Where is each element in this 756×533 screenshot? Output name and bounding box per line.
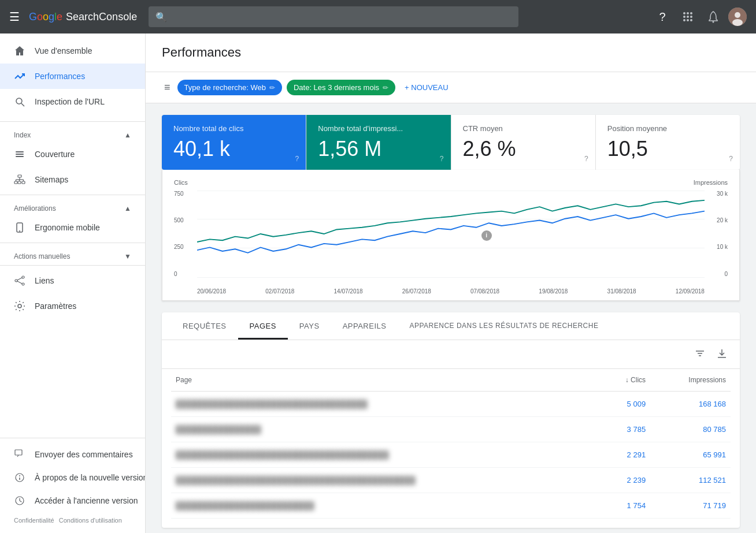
chart-y-left-label: Clics xyxy=(174,179,188,186)
sidebar-label-commentaires: Envoyer des commentaires xyxy=(35,450,133,459)
table-row[interactable]: ██████████████████████████ 1 754 71 719 xyxy=(171,493,731,518)
help-ctr-icon[interactable]: ? xyxy=(584,155,588,163)
sidebar-item-liens[interactable]: Liens xyxy=(0,268,145,293)
tab-appareils[interactable]: APPAREILS xyxy=(331,312,398,340)
table-row[interactable]: ████████████████████████████████████████… xyxy=(171,442,731,467)
help-clics-icon[interactable]: ? xyxy=(295,155,299,163)
table-cell-clics: 2 291 xyxy=(599,442,650,467)
table-cell-page[interactable]: ████████████████████████████████████ xyxy=(171,391,599,416)
sidebar-group-index: Index ▲ xyxy=(0,124,145,141)
sitemap-icon xyxy=(14,174,25,185)
sidebar-footer: Envoyer des commentaires À propos de la … xyxy=(0,438,145,533)
add-filter-button[interactable]: + NOUVEAU xyxy=(400,80,453,95)
tab-apparence[interactable]: APPARENCE DANS LES RÉSULTATS DE RECHERCH… xyxy=(398,312,610,340)
tab-pays[interactable]: PAYS xyxy=(288,312,331,340)
page-header: Performances xyxy=(146,33,756,72)
sidebar-item-performances[interactable]: Performances xyxy=(0,64,145,89)
sidebar-item-parametres[interactable]: Paramètres xyxy=(0,293,145,319)
filter-table-button[interactable] xyxy=(691,345,709,364)
search-type-filter-chip[interactable]: Type de recherche: Web ✏ xyxy=(177,80,282,95)
sidebar-item-url-inspection[interactable]: Inspection de l'URL xyxy=(0,89,145,114)
filters-bar: ≡ Type de recherche: Web ✏ Date: Les 3 d… xyxy=(146,72,756,103)
search-type-chip-label: Type de recherche: Web xyxy=(184,83,266,92)
sidebar-group-actions: Actions manuelles ▼ xyxy=(0,245,145,263)
sidebar-label-vue-ensemble: Vue d'ensemble xyxy=(35,46,92,55)
svg-line-32 xyxy=(17,278,22,280)
history-icon xyxy=(14,495,25,506)
chart-plot[interactable]: i xyxy=(197,191,705,277)
chart-y-values-left: 750 500 250 0 xyxy=(174,191,191,277)
table-row[interactable]: ████████████████████████████████████████… xyxy=(171,467,731,493)
table-cell-page[interactable]: ████████████████████████████████████████ xyxy=(171,442,599,467)
filter-icon-button[interactable]: ≡ xyxy=(162,79,173,96)
help-position-icon[interactable]: ? xyxy=(729,155,733,163)
metric-card-impressions[interactable]: Nombre total d'impressi... 1,56 M ? xyxy=(306,115,451,170)
col-header-impressions[interactable]: Impressions xyxy=(650,369,731,392)
table-container: Page ↓ Clics Impressions █████████ xyxy=(162,369,740,528)
svg-rect-17 xyxy=(16,156,24,157)
metric-card-position[interactable]: Position moyenne 10,5 ? xyxy=(596,115,740,170)
svg-point-34 xyxy=(18,304,21,308)
svg-point-37 xyxy=(19,475,20,476)
svg-point-7 xyxy=(687,19,689,21)
apps-grid-button[interactable] xyxy=(677,6,698,27)
sidebar-item-envoyer-commentaires[interactable]: Envoyer des commentaires xyxy=(0,443,145,466)
svg-point-4 xyxy=(687,16,689,18)
chart-annotation[interactable]: i xyxy=(481,230,492,241)
tab-pages[interactable]: PAGES xyxy=(238,312,288,340)
svg-rect-19 xyxy=(14,181,17,184)
svg-rect-15 xyxy=(16,151,24,152)
table-cell-impressions: 71 719 xyxy=(650,493,731,518)
download-button[interactable] xyxy=(713,345,731,364)
table-cell-impressions: 80 785 xyxy=(650,416,731,442)
metric-label-position: Position moyenne xyxy=(607,124,728,133)
ameliorations-collapse-arrow[interactable]: ▲ xyxy=(124,204,131,213)
footer-link-conditions[interactable]: Conditions d'utilisation xyxy=(59,517,122,524)
metric-card-ctr[interactable]: CTR moyen 2,6 % ? xyxy=(451,115,596,170)
hamburger-menu[interactable]: ☰ xyxy=(9,10,20,24)
user-avatar[interactable] xyxy=(728,8,747,26)
table-cell-page[interactable]: ████████████████████████████████████████… xyxy=(171,467,599,493)
svg-point-31 xyxy=(22,283,24,285)
search-bar[interactable]: 🔍 xyxy=(149,6,518,27)
search-input[interactable] xyxy=(172,12,512,21)
metric-value-position: 10,5 xyxy=(607,137,728,161)
page-title: Performances xyxy=(162,45,740,60)
actions-collapse-arrow[interactable]: ▼ xyxy=(124,252,131,260)
sidebar-label-a-propos: À propos de la nouvelle version xyxy=(35,473,146,482)
sidebar-item-vue-ensemble[interactable]: Vue d'ensemble xyxy=(0,38,145,64)
sidebar-item-sitemaps[interactable]: Sitemaps xyxy=(0,167,145,192)
table-cell-page[interactable]: ██████████████████████████ xyxy=(171,493,599,518)
data-table: Page ↓ Clics Impressions █████████ xyxy=(171,369,731,519)
table-row[interactable]: ████████████████████████████████████ 5 0… xyxy=(171,391,731,416)
footer-link-confidentialite[interactable]: Confidentialité xyxy=(14,517,54,524)
main-content: Performances ≡ Type de recherche: Web ✏ … xyxy=(146,33,756,533)
svg-point-11 xyxy=(735,12,740,18)
date-filter-chip[interactable]: Date: Les 3 derniers mois ✏ xyxy=(287,80,395,95)
svg-rect-20 xyxy=(18,181,21,184)
sidebar-divider-4 xyxy=(0,265,145,266)
metric-value-clics: 40,1 k xyxy=(173,137,294,161)
table-row[interactable]: ████████████████ 3 785 80 785 xyxy=(171,416,731,442)
index-collapse-arrow[interactable]: ▲ xyxy=(124,131,131,139)
logo-product: SearchConsole xyxy=(66,11,137,23)
table-cell-impressions: 65 991 xyxy=(650,442,731,467)
svg-rect-35 xyxy=(15,450,22,455)
help-impressions-icon[interactable]: ? xyxy=(440,155,444,163)
sidebar-item-a-propos[interactable]: À propos de la nouvelle version xyxy=(0,466,145,489)
sidebar-item-ergonomie-mobile[interactable]: Ergonomie mobile xyxy=(0,215,145,240)
date-edit-icon: ✏ xyxy=(383,84,388,92)
notifications-button[interactable] xyxy=(703,6,724,27)
sidebar-label-couverture: Couverture xyxy=(35,150,75,159)
tab-requetes[interactable]: REQUÊTES xyxy=(171,312,238,340)
sidebar-label-parametres: Paramètres xyxy=(35,301,76,311)
help-button[interactable]: ? xyxy=(652,6,673,27)
table-cell-clics: 5 009 xyxy=(599,391,650,416)
col-header-clics[interactable]: ↓ Clics xyxy=(599,369,650,392)
sidebar-item-couverture[interactable]: Couverture xyxy=(0,141,145,167)
metric-card-clics[interactable]: Nombre total de clics 40,1 k ? xyxy=(162,115,306,170)
table-cell-page[interactable]: ████████████████ xyxy=(171,416,599,442)
tabs-row: REQUÊTES PAGES PAYS APPAREILS APPARENCE … xyxy=(162,312,740,340)
sidebar-item-ancienne-version[interactable]: Accéder à l'ancienne version xyxy=(0,489,145,512)
share-icon xyxy=(14,275,25,286)
